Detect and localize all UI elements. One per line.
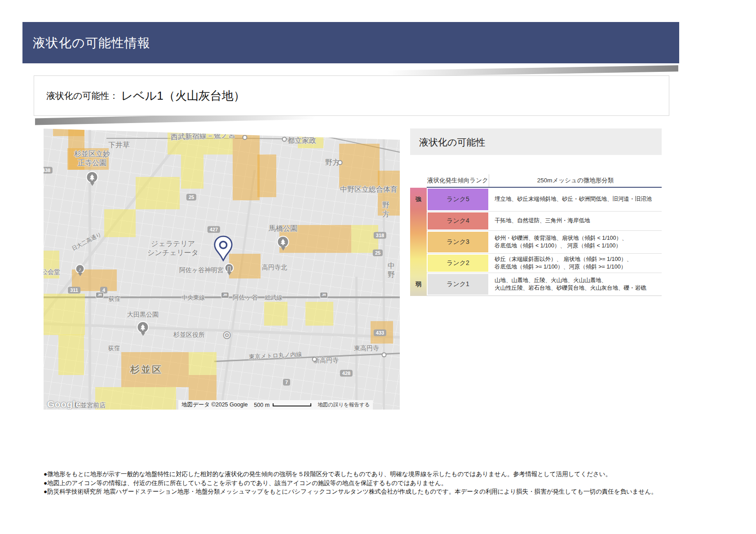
route-shield: 438 bbox=[44, 167, 53, 174]
music-venue-pin-icon: ♪ bbox=[75, 264, 85, 278]
legend-intensity-gradient: 強 弱 bbox=[410, 188, 427, 296]
map-label: 高円寺北 bbox=[262, 264, 287, 272]
map-label: 日大二高通り bbox=[71, 231, 103, 252]
map-label: 大田黒公園 bbox=[127, 311, 159, 319]
google-logo[interactable]: Google bbox=[47, 399, 81, 410]
hazard-overlay-cell bbox=[181, 154, 203, 189]
legend-row: ランク3 砂州・砂礫洲、後背湿地、扇状地（傾斜 < 1/100）、 谷底低地（傾… bbox=[427, 231, 662, 254]
legend-rank-cell: ランク1 bbox=[427, 273, 489, 296]
map-scale-bar bbox=[273, 403, 311, 406]
railway-line-metro bbox=[214, 353, 400, 362]
map-label: 阿佐ヶ谷神明宮 bbox=[179, 266, 223, 274]
footnote-line: ●微地形をもとに地形が示す一般的な地盤特性に対応した相対的な液状化の発生傾向の強… bbox=[44, 470, 708, 479]
legend-col-class-header: 250mメッシュの微地形分類 bbox=[489, 174, 662, 187]
hazard-overlay-cell bbox=[339, 144, 380, 189]
park-pin-icon bbox=[86, 171, 98, 188]
hazard-overlay-cell bbox=[229, 254, 261, 278]
park-pin-icon bbox=[277, 236, 289, 253]
jr-logo-icon: JR bbox=[320, 292, 328, 298]
route-shield: 25 bbox=[373, 250, 383, 256]
map-label: 東京メトロ丸ノ内線 bbox=[249, 351, 302, 361]
route-shield: 7 bbox=[283, 379, 290, 386]
legend-rank-label: ランク5 bbox=[447, 195, 469, 203]
page-title-bar: 液状化の可能性情報 bbox=[22, 22, 679, 63]
map-label: 荻窪 bbox=[108, 345, 120, 352]
map-label: 中央東線 bbox=[181, 294, 205, 301]
page-title: 液状化の可能性情報 bbox=[22, 22, 679, 64]
hazard-overlay-cell bbox=[305, 302, 333, 326]
hazard-overlay-cell bbox=[136, 177, 180, 209]
road-line bbox=[220, 170, 256, 410]
legend-weak-label: 弱 bbox=[410, 280, 427, 288]
legend-row: ランク1 山地、山麓地、丘陵、火山地、火山山麓地、 火山性丘陵、岩石台地、砂礫質… bbox=[427, 273, 662, 296]
map-label: 中野 bbox=[388, 261, 400, 279]
hazard-overlay-cell bbox=[44, 294, 85, 335]
hazard-overlay-cell bbox=[189, 352, 217, 375]
hazard-map[interactable]: 下井草 西武新宿線－鷺ノ宮 都立家政 野方 杉並区立妙 正寺公園 中野区立総合体… bbox=[44, 128, 400, 410]
map-label: 下井草 bbox=[108, 141, 130, 150]
map-label: 杉並区役所 bbox=[173, 331, 205, 339]
map-label: 都立家政 bbox=[287, 136, 316, 145]
hazard-overlay-cell bbox=[257, 154, 276, 197]
legend-desc-cell: 埋立地、砂丘末端傾斜地、砂丘・砂洲間低地、旧河道・旧沼池 bbox=[489, 188, 662, 211]
result-value: レベル1（火山灰台地） bbox=[121, 88, 245, 104]
legend-row: ランク2 砂丘（末端緩斜面以外）、 扇状地（傾斜 >= 1/100）、 谷底低地… bbox=[427, 254, 662, 273]
ward-office-icon: ◎ bbox=[222, 329, 231, 340]
map-label: 杉並区立妙 正寺公園 bbox=[74, 150, 110, 168]
station-icon bbox=[382, 353, 387, 357]
legend-rank-label: ランク2 bbox=[447, 259, 469, 267]
legend-desc-cell: 砂丘（末端緩斜面以外）、 扇状地（傾斜 >= 1/100）、 谷底低地（傾斜 >… bbox=[489, 254, 662, 273]
legend-desc-cell: 干拓地、自然堤防、三角州・海岸低地 bbox=[489, 212, 662, 230]
road-line bbox=[44, 322, 400, 339]
legend-panel-header: 液状化の可能性 bbox=[410, 128, 662, 155]
legend-desc-cell: 山地、山麓地、丘陵、火山地、火山山麓地、 火山性丘陵、岩石台地、砂礫質台地、火山… bbox=[489, 273, 662, 296]
map-label: 東高円寺 bbox=[354, 344, 379, 353]
location-marker-pin[interactable] bbox=[213, 235, 234, 263]
legend-desc-cell: 砂州・砂礫洲、後背湿地、扇状地（傾斜 < 1/100）、 谷底低地（傾斜 < 1… bbox=[489, 231, 662, 253]
hazard-overlay-cell bbox=[351, 225, 378, 253]
legend-rank-label: ランク1 bbox=[447, 280, 469, 288]
map-label: 荻窪 bbox=[109, 296, 120, 303]
station-icon bbox=[312, 357, 317, 362]
map-label: 中野区立総合体育 bbox=[340, 185, 398, 194]
page-curl-shadow-top bbox=[387, 65, 678, 76]
map-scale-label: 500 m bbox=[254, 402, 270, 408]
route-shield: 427 bbox=[208, 226, 220, 233]
footnotes: ●微地形をもとに地形が示す一般的な地盤特性に対応した相対的な液状化の発生傾向の強… bbox=[44, 470, 708, 496]
report-map-error-link[interactable]: 地図の誤りを報告する bbox=[314, 400, 373, 410]
route-shield: 311 bbox=[68, 287, 80, 294]
legend-col-rank-header: 液状化発生傾向ランク bbox=[427, 174, 489, 187]
map-label: 杉並区 bbox=[130, 364, 163, 375]
shrine-pin-icon: ∏ bbox=[225, 263, 234, 278]
jr-logo-icon: JR bbox=[96, 292, 104, 298]
legend-row: ランク5 埋立地、砂丘末端傾斜地、砂丘・砂洲間低地、旧河道・旧沼池 bbox=[427, 188, 662, 212]
hazard-overlay-cell bbox=[264, 302, 287, 326]
legend-rank-label: ランク3 bbox=[447, 238, 469, 246]
map-label: 新高円寺 bbox=[314, 357, 339, 365]
result-label: 液状化の可能性： bbox=[46, 90, 118, 102]
footnote-line: ●地図上のアイコン等の情報は、付近の住所に所在していることを示すものであり、該当… bbox=[44, 479, 708, 488]
map-label: ジェラテリア シンチェリータ bbox=[147, 239, 199, 257]
map-label: 馬橋公園 bbox=[269, 224, 297, 233]
station-icon bbox=[243, 135, 248, 140]
footnote-line: ●防災科学技術研究所 地震ハザードステーション地形・地盤分類メッシュマップをもと… bbox=[44, 487, 708, 496]
route-shield: 318 bbox=[374, 232, 386, 239]
map-label: 野方 bbox=[379, 201, 393, 219]
legend-title: 液状化の可能性 bbox=[410, 128, 662, 149]
map-label: 公会堂 bbox=[44, 268, 60, 276]
jr-logo-icon: JR bbox=[221, 292, 229, 298]
park-pin-icon bbox=[137, 321, 149, 338]
map-label: 総武線 bbox=[265, 294, 283, 301]
legend-table: 液状化発生傾向ランク 250mメッシュの微地形分類 強 弱 ランク5 埋立地、砂… bbox=[410, 174, 662, 296]
map-attribution-bar: 地図データ ©2025 Google 500 m 地図の誤りを報告する bbox=[178, 400, 400, 410]
legend-rank-cell: ランク2 bbox=[427, 254, 489, 273]
map-scale: 500 m bbox=[251, 400, 314, 410]
legend-row: ランク4 干拓地、自然堤防、三角州・海岸低地 bbox=[427, 212, 662, 231]
legend-rank-cell: ランク3 bbox=[427, 231, 489, 253]
route-shield: 428 bbox=[340, 370, 353, 377]
route-shield: 25 bbox=[186, 194, 196, 201]
route-shield: 433 bbox=[374, 330, 386, 336]
road-line bbox=[88, 128, 91, 410]
map-label: 阿佐ヶ谷 bbox=[233, 294, 258, 302]
station-icon bbox=[282, 137, 287, 142]
